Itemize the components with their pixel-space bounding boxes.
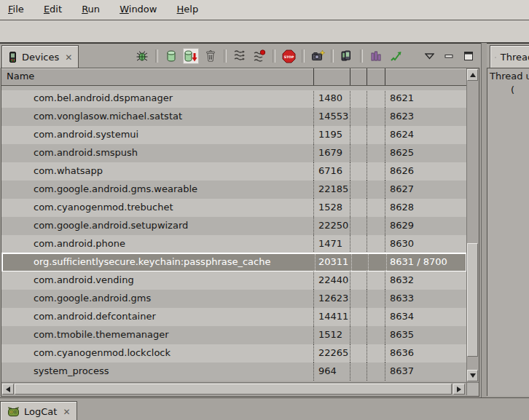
column-divider [367, 272, 367, 290]
process-pid: 1528 [318, 202, 342, 213]
column-divider [350, 308, 350, 326]
up-arrow-icon [470, 73, 476, 77]
column-divider [313, 144, 314, 162]
column-divider[interactable] [313, 68, 314, 85]
table-row[interactable]: com.vonglasow.michael.satstat145538623 [1, 108, 467, 126]
column-divider [368, 254, 369, 271]
screen-capture-icon[interactable] [310, 48, 326, 64]
scroll-right-button[interactable] [453, 384, 465, 395]
scroll-left-button[interactable] [2, 384, 14, 395]
menu-file[interactable]: File [0, 0, 32, 19]
table-row[interactable]: com.android.vending224408632 [1, 272, 467, 290]
view-menu-icon[interactable] [421, 48, 437, 64]
vertical-scrollbar-thumb[interactable] [467, 243, 478, 357]
column-divider [367, 181, 367, 199]
horizontal-scrollbar-thumb[interactable] [15, 384, 452, 395]
vertical-scrollbar[interactable] [466, 68, 479, 382]
dump-hprof-icon[interactable] [183, 48, 199, 64]
column-divider [313, 108, 314, 126]
column-divider [313, 126, 314, 144]
column-divider [367, 362, 367, 381]
column-header-name[interactable]: Name [7, 71, 34, 82]
process-port: 8627 [390, 183, 414, 194]
column-divider [313, 181, 314, 199]
update-threads-icon[interactable] [232, 48, 248, 64]
process-name: com.google.android.gms.wearable [34, 183, 197, 194]
toolbar-separator [155, 49, 158, 63]
svg-text:STOP: STOP [283, 55, 294, 58]
column-divider [385, 199, 385, 217]
scroll-down-button[interactable] [467, 370, 478, 381]
column-divider[interactable] [350, 68, 350, 85]
table-row[interactable]: com.android.defcontainer144118634 [1, 308, 467, 326]
process-port: 8632 [390, 274, 414, 285]
table-row[interactable]: com.tmobile.thememanager15128635 [1, 326, 467, 344]
scrollbar-corner [466, 382, 479, 395]
process-name: com.vonglasow.michael.satstat [34, 111, 182, 122]
table-row[interactable]: com.bel.android.dspmanager14808621 [1, 90, 467, 108]
menu-window[interactable]: Window [111, 0, 165, 19]
tab-devices-close-icon[interactable]: ✕ [65, 53, 72, 62]
process-name: com.cyanogenmod.lockclock [34, 347, 171, 358]
column-divider [367, 308, 367, 326]
debug-attach-icon[interactable] [134, 48, 150, 64]
column-divider [313, 90, 314, 108]
threads-profiling-icon[interactable] [251, 48, 267, 64]
tab-logcat[interactable]: LogCat ✕ [0, 401, 77, 420]
column-divider [313, 326, 314, 344]
workspace: Devices ✕ [0, 43, 529, 397]
column-divider [385, 362, 385, 381]
profiling-bars-icon[interactable] [368, 48, 384, 64]
column-divider [367, 144, 367, 162]
table-row[interactable]: com.whatsapp67168626 [1, 162, 467, 181]
table-row[interactable]: com.cyanogenmod.trebuchet15288628 [1, 199, 467, 217]
update-heap-icon[interactable] [163, 48, 179, 64]
process-port: 8625 [390, 147, 414, 158]
minimize-icon[interactable] [441, 48, 457, 64]
tab-logcat-close-icon[interactable]: ✕ [63, 408, 70, 416]
tab-threads[interactable]: Threads [490, 45, 529, 68]
table-row[interactable]: com.android.smspush16798625 [1, 144, 467, 162]
column-divider[interactable] [367, 68, 367, 85]
cause-gc-trash-icon[interactable] [203, 48, 219, 64]
table-row[interactable]: com.android.phone14718630 [1, 235, 467, 253]
logcat-icon [7, 406, 20, 417]
column-divider [315, 254, 316, 271]
process-name: com.android.defcontainer [34, 311, 156, 322]
column-divider [385, 162, 385, 181]
capture-devices-icon[interactable] [339, 48, 355, 64]
horizontal-scrollbar[interactable] [1, 382, 467, 395]
column-divider [350, 235, 350, 253]
toolbar-separator [273, 49, 275, 63]
process-name: com.bel.android.dspmanager [34, 92, 173, 103]
column-divider [313, 290, 314, 308]
table-row[interactable]: com.android.systemui11958624 [1, 126, 467, 144]
devices-tabstrip: Devices ✕ [0, 43, 481, 68]
toolbar-separator [331, 49, 334, 63]
table-row[interactable]: com.google.android.gms126238633 [1, 290, 467, 308]
main-toolbar [0, 20, 529, 43]
process-port: 8633 [390, 293, 414, 304]
process-name: system_process [34, 365, 109, 376]
scroll-up-button[interactable] [467, 69, 478, 81]
process-name: com.cyanogenmod.trebuchet [34, 202, 173, 213]
start-tracing-icon[interactable] [388, 48, 404, 64]
maximize-icon[interactable] [461, 48, 477, 64]
menu-edit[interactable]: Edit [36, 0, 70, 19]
table-row[interactable]: com.cyanogenmod.lockclock222658636 [1, 344, 467, 362]
column-divider [367, 108, 367, 126]
menu-run[interactable]: Run [74, 0, 108, 19]
tab-devices[interactable]: Devices ✕ [1, 45, 79, 68]
menu-help[interactable]: Help [169, 0, 207, 19]
column-divider [350, 126, 350, 144]
tab-threads-label: Threads [501, 52, 529, 63]
table-row[interactable]: org.sufficientlysecure.keychain:passphra… [1, 253, 467, 272]
table-row[interactable]: com.google.android.setupwizard222508629 [1, 217, 467, 235]
table-row[interactable]: com.google.android.gms.wearable221858627 [1, 181, 467, 199]
column-divider[interactable] [385, 68, 385, 85]
column-divider [350, 108, 350, 126]
process-port: 8621 [390, 92, 414, 103]
table-row[interactable]: system_process9648637 [1, 362, 467, 381]
stop-process-icon[interactable]: STOP [281, 48, 297, 64]
table-header[interactable]: Name [1, 68, 467, 86]
